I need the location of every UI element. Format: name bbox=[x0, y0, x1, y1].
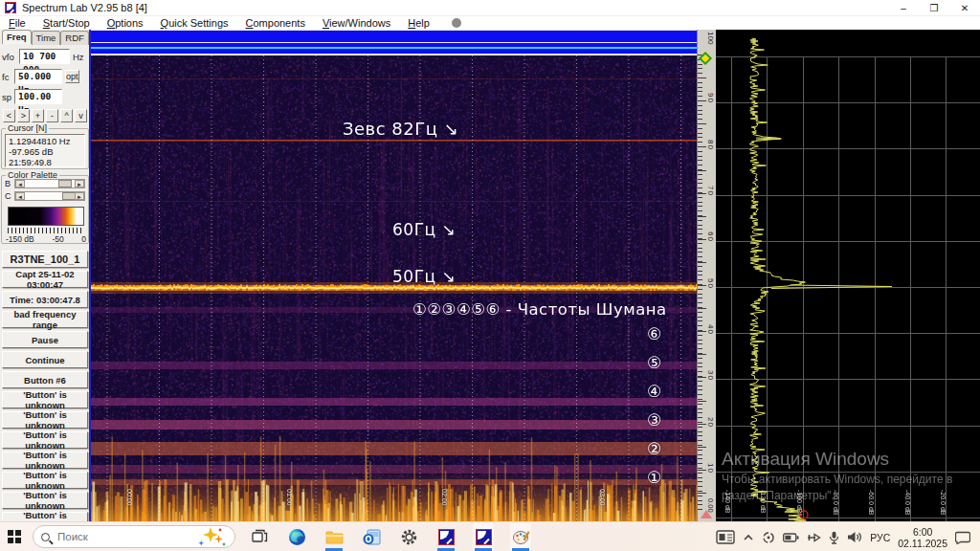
freq-nav-button[interactable]: > bbox=[17, 109, 30, 122]
sp-row: sp 100.00 Hz bbox=[2, 89, 62, 104]
fc-input[interactable]: 50.000 Hz bbox=[14, 69, 62, 84]
freq-scale-label: 50 bbox=[706, 278, 715, 289]
amplitude-bar-cyan-line bbox=[91, 47, 697, 49]
paint-icon[interactable] bbox=[510, 523, 531, 550]
panel-button[interactable]: Time: 03:00:47.8 bbox=[2, 291, 88, 308]
menu-item[interactable]: Components bbox=[237, 17, 314, 29]
spectrum-graph-panel: -140 dB-120 dB-100 dB-80.0 dB-60.0 dB-40… bbox=[716, 30, 980, 521]
contrast-thumb[interactable] bbox=[62, 192, 76, 200]
tab[interactable]: RDF bbox=[60, 31, 89, 45]
cursor-frequency: 1.12944810 Hz bbox=[9, 136, 81, 146]
battery-icon[interactable] bbox=[783, 533, 799, 542]
db-axis-label: -80.0 dB bbox=[833, 490, 839, 515]
arrow-left-icon[interactable]: ◄ bbox=[15, 192, 25, 200]
panel-button[interactable]: 'Button' is unknown bbox=[2, 492, 88, 509]
panel-button[interactable]: 'Button' is unknown bbox=[2, 472, 88, 489]
cursor-group-title: Cursor [N] bbox=[6, 123, 49, 133]
microphone-icon[interactable] bbox=[829, 531, 839, 544]
arrow-right-icon[interactable]: ► bbox=[75, 180, 84, 187]
freq-nav-button[interactable]: < bbox=[3, 109, 15, 122]
freq-scale-label: 70 bbox=[706, 186, 715, 196]
arrow-left-icon[interactable]: ◄ bbox=[15, 180, 25, 187]
panel-button[interactable]: Button #6 bbox=[2, 371, 88, 388]
cursor-groupbox: Cursor [N] 1.12944810 Hz -97.965 dB 21:5… bbox=[1, 128, 89, 169]
frequency-scale-ruler[interactable]: 100 908070605040302010 0.00 bbox=[697, 30, 716, 521]
copilot-sparkles-icon[interactable] bbox=[198, 526, 227, 547]
edge-browser-icon[interactable] bbox=[286, 523, 307, 550]
window-title: Spectrum Lab V2.95 b8 [4] bbox=[22, 2, 147, 13]
task-view-button[interactable] bbox=[249, 523, 270, 550]
panel-button[interactable]: Continue bbox=[2, 351, 88, 368]
panel-button[interactable]: Pause bbox=[2, 331, 88, 348]
palette-gradient-bar[interactable] bbox=[8, 207, 84, 226]
db-axis-label: -20.0 dB bbox=[940, 490, 947, 515]
fc-opt-button[interactable]: opt bbox=[65, 70, 79, 83]
schumann-marker: ① bbox=[647, 470, 661, 486]
arrow-right-icon[interactable]: ► bbox=[75, 192, 84, 200]
brightness-thumb[interactable] bbox=[58, 180, 72, 187]
contrast-slider[interactable]: ◄ ► bbox=[14, 191, 85, 201]
schumann-marker: ④ bbox=[647, 384, 661, 400]
triangle-marker-icon[interactable] bbox=[701, 510, 712, 518]
freq-scale-label: 40 bbox=[706, 324, 715, 335]
spectrum-lab-taskbar-icon-2[interactable] bbox=[473, 523, 494, 550]
notification-center-icon[interactable] bbox=[955, 531, 970, 544]
start-button[interactable] bbox=[0, 522, 29, 551]
menu-item[interactable]: View/Windows bbox=[314, 17, 399, 29]
menu-items: FileStart/StopOptionsQuick SettingsCompo… bbox=[0, 17, 438, 29]
freq-nav-button[interactable]: + bbox=[32, 109, 44, 122]
freq-nav-button[interactable]: ^ bbox=[60, 109, 73, 122]
usb-plug-icon[interactable] bbox=[807, 532, 821, 543]
fc-label: fc bbox=[2, 72, 11, 82]
contrast-label: C bbox=[5, 191, 12, 201]
settings-gear-icon[interactable] bbox=[398, 523, 419, 550]
menu-item[interactable]: Quick Settings bbox=[152, 17, 237, 29]
spectrum-lab-taskbar-icon-1[interactable] bbox=[435, 523, 457, 550]
taskbar-clock[interactable]: 6:00 02.11.2025 bbox=[898, 526, 947, 549]
restore-button[interactable]: ❐ bbox=[919, 0, 949, 16]
brightness-slider[interactable]: ◄ ► bbox=[14, 179, 85, 188]
taskbar: РУС 6:00 02.11.2025 bbox=[0, 521, 980, 551]
menu-item[interactable]: Options bbox=[99, 17, 152, 29]
menu-item[interactable]: Start/Stop bbox=[34, 17, 99, 29]
update-status-icon[interactable] bbox=[762, 531, 775, 544]
panel-button[interactable]: 'Button' is unknown bbox=[2, 391, 88, 408]
freq-nav-button[interactable]: v bbox=[75, 109, 87, 122]
menu-item[interactable]: Help bbox=[399, 17, 438, 29]
tab[interactable]: Time bbox=[32, 31, 61, 45]
search-icon bbox=[41, 533, 50, 541]
hidden-icons-chevron-icon[interactable] bbox=[743, 533, 754, 542]
panel-button[interactable]: 'Button' is unknown bbox=[2, 512, 88, 521]
schumann-markers: ⑥⑤④③②① bbox=[647, 326, 661, 486]
panel-button[interactable]: 'Button' is unknown bbox=[2, 452, 88, 469]
vfo-input[interactable]: 10 700 000 bbox=[19, 49, 70, 64]
screen: Spectrum Lab V2.95 b8 [4] – ❐ ✕ FileStar… bbox=[0, 0, 980, 551]
panel-button[interactable]: R3TNE_100_1 bbox=[2, 251, 88, 268]
panel-button[interactable]: 'Button' is unknown bbox=[2, 411, 88, 429]
palette-brightness-row: B ◄ ► bbox=[5, 179, 85, 188]
file-explorer-icon[interactable] bbox=[323, 523, 345, 550]
search-input[interactable] bbox=[57, 531, 172, 542]
taskbar-search[interactable] bbox=[33, 525, 235, 548]
schumann-marker: ⑤ bbox=[647, 355, 661, 371]
panel-button[interactable]: 'Button' is unknown bbox=[2, 431, 88, 449]
outlook-icon[interactable] bbox=[361, 523, 382, 550]
tab[interactable]: Freq bbox=[2, 30, 32, 44]
language-indicator[interactable]: РУС bbox=[870, 532, 890, 543]
minimize-button[interactable]: – bbox=[888, 0, 919, 16]
freq-scale-top-label: 100 bbox=[706, 32, 715, 44]
panel-button[interactable]: Capt 25-11-02 03:00:47 bbox=[2, 271, 88, 288]
menu-item[interactable]: File bbox=[0, 17, 34, 29]
satellite-dish-icon bbox=[476, 529, 492, 545]
freq-nav-button[interactable]: - bbox=[46, 109, 58, 122]
db-axis-label: -60.0 dB bbox=[868, 490, 875, 515]
speaker-volume-icon[interactable] bbox=[847, 531, 862, 543]
freq-scale-label: 80 bbox=[706, 140, 715, 150]
widgets-icon[interactable] bbox=[716, 530, 735, 544]
close-button[interactable]: ✕ bbox=[949, 0, 980, 16]
spectrum-graph[interactable] bbox=[716, 30, 980, 521]
panel-button[interactable]: bad frequency range bbox=[2, 311, 88, 328]
brightness-label: B bbox=[5, 179, 12, 188]
cursor-readout: 1.12944810 Hz -97.965 dB 21:59:49.8 bbox=[5, 134, 85, 167]
sp-input[interactable]: 100.00 Hz bbox=[14, 89, 62, 104]
